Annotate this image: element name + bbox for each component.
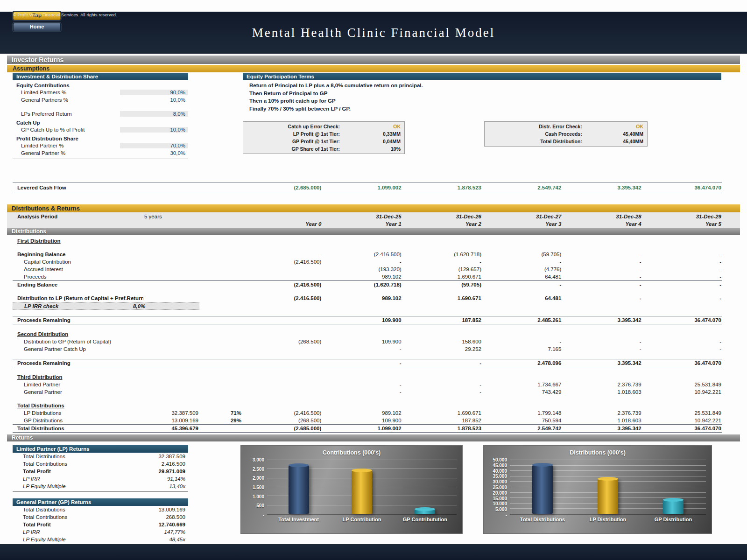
returns-label: Total Distributions bbox=[23, 507, 65, 512]
row-value: 1.690.671 bbox=[402, 273, 482, 280]
assumption-input[interactable]: 90,0% bbox=[120, 90, 188, 95]
returns-value: 12.740.669 bbox=[158, 522, 185, 527]
header-bar: © Profit Vision Financial Services. All … bbox=[0, 12, 747, 54]
category-label: Total Distributions bbox=[511, 517, 574, 522]
distributions-returns-section-bar: Distributions & Returns bbox=[7, 204, 740, 212]
check-row: Distr. Error Check:OK bbox=[485, 123, 647, 130]
row-label: General Partner bbox=[13, 388, 143, 396]
distributions-table: First DistributionBeginning Balance-(2.4… bbox=[13, 235, 722, 433]
row-value: 2.478.096 bbox=[482, 359, 562, 367]
date-column-header: 31-Dec-29 bbox=[642, 213, 722, 220]
returns-row: LP IRR147,77% bbox=[13, 528, 188, 536]
equity-term-line: Then Return of Principal to GP bbox=[243, 90, 721, 98]
chart-plot-area bbox=[510, 460, 706, 515]
page: © Profit Vision Financial Services. All … bbox=[0, 0, 747, 560]
investment-panel-rows: Equity ContributionsLimited Partners %90… bbox=[13, 80, 188, 157]
row-value: - bbox=[562, 266, 642, 273]
y-tick-label: 40.000 bbox=[493, 468, 507, 473]
check-value: 45,40MM bbox=[582, 131, 647, 137]
assumption-input[interactable]: 10,0% bbox=[120, 127, 188, 133]
check-label: LP Profit @ 1st Tier: bbox=[243, 131, 340, 137]
bar-slot bbox=[270, 460, 327, 514]
table-row: Beginning Balance-(2.416.500)(1.620.718)… bbox=[13, 251, 722, 258]
contributions-chart: Contributions (000's)3.0002.5002.0001.50… bbox=[240, 445, 463, 534]
check-value: 45,40MM bbox=[582, 139, 647, 144]
y-tick-label: 1.000 bbox=[253, 494, 264, 499]
y-tick-label: - bbox=[506, 512, 507, 518]
spacer-row bbox=[13, 324, 722, 330]
row-value: 36.474.070 bbox=[642, 359, 722, 367]
row-value: 36.474.070 bbox=[642, 316, 722, 324]
table-row: Proceeds989.1021.690.67164.481-- bbox=[13, 273, 722, 280]
assumption-row: General Partner %30,0% bbox=[13, 149, 188, 157]
y-tick-label: 30.000 bbox=[493, 479, 507, 484]
equity-term-line: Then a 10% profit catch up for GP bbox=[243, 97, 721, 105]
year-header-row: Year 0Year 1Year 2Year 3Year 4Year 5 bbox=[13, 220, 722, 228]
y-tick-label: 2.500 bbox=[253, 466, 264, 471]
bar-slot bbox=[396, 460, 453, 514]
y-tick-label: 20.000 bbox=[493, 490, 507, 495]
returns-value: 13,40x bbox=[169, 483, 185, 489]
table-row: LP Distributions32.387.50971%(2.416.500)… bbox=[13, 409, 722, 417]
equity-term-line: Finally 70% / 30% split between LP / GP. bbox=[243, 105, 721, 113]
table-row: Proceeds Remaining109.900187.8522.485.26… bbox=[13, 316, 722, 324]
section-subheader-row: Third Distribution bbox=[13, 373, 722, 381]
row-value: - bbox=[562, 273, 642, 280]
levered-cash-flow-value: 1.878.523 bbox=[402, 184, 482, 191]
check-value: 10% bbox=[340, 146, 404, 152]
returns-row: Total Distributions32.387.509 bbox=[13, 453, 188, 460]
row-value: 1.878.523 bbox=[402, 425, 482, 432]
returns-label: LP IRR bbox=[23, 529, 40, 535]
row-value: - bbox=[402, 258, 482, 266]
assumption-input[interactable]: 8,0% bbox=[120, 111, 188, 117]
row-value: 2.376.739 bbox=[562, 409, 642, 417]
bar-slot bbox=[513, 460, 572, 514]
date-column-header: 31-Dec-28 bbox=[562, 213, 642, 220]
chart-y-axis: 50.00045.00040.00035.00030.00025.00020.0… bbox=[486, 460, 510, 515]
assumption-input[interactable]: 70,0% bbox=[120, 143, 188, 148]
returns-row: LP Equity Multiple48,45x bbox=[13, 536, 188, 543]
assumptions-section-bar: Assumptions bbox=[7, 65, 740, 72]
assumption-value: 30,0% bbox=[120, 150, 188, 156]
returns-label: Total Contributions bbox=[23, 461, 67, 467]
row-value: (1.620.718) bbox=[402, 251, 482, 258]
row-value: 1.018.603 bbox=[562, 417, 642, 424]
returns-row: Total Contributions2.416.500 bbox=[13, 460, 188, 468]
table-row: General Partner Catch Up-29.2527.165-- bbox=[13, 345, 722, 353]
assumption-group-heading: Equity Contributions bbox=[13, 80, 188, 89]
returns-row: LP IRR91,14% bbox=[13, 475, 188, 483]
spacer-row bbox=[13, 288, 722, 294]
row-label: Proceeds bbox=[13, 273, 143, 280]
row-value: 158.600 bbox=[402, 338, 482, 345]
returns-label: Total Distributions bbox=[23, 454, 65, 459]
row-value: 10.942.221 bbox=[642, 388, 722, 396]
row-label: Distribution to LP (Return of Capital + … bbox=[13, 294, 143, 302]
assumption-row: Limited Partner %70,0% bbox=[13, 142, 188, 149]
assumption-label: LPs Preferred Return bbox=[21, 111, 120, 117]
row-value: - bbox=[322, 359, 402, 367]
row-value: 25.531.849 bbox=[642, 381, 722, 388]
row-value: - bbox=[642, 345, 722, 353]
returns-value: 48,45x bbox=[169, 537, 185, 542]
analysis-period-value: 5 years bbox=[143, 213, 199, 220]
row-value: - bbox=[642, 258, 722, 266]
bar-slot bbox=[644, 460, 703, 514]
returns-label: Total Profit bbox=[23, 469, 51, 474]
row-value: - bbox=[562, 251, 642, 258]
equity-terms-lines: Return of Principal to LP plus a 8,0% cu… bbox=[243, 80, 721, 112]
check-row: Catch up Error Check:OK bbox=[243, 123, 404, 130]
row-value: - bbox=[562, 258, 642, 266]
year-column-header: Year 4 bbox=[562, 220, 642, 228]
returns-value: 268.500 bbox=[166, 514, 185, 520]
row-value: (129.657) bbox=[402, 266, 482, 273]
spacer-row bbox=[13, 353, 722, 359]
bar bbox=[598, 479, 618, 514]
levered-cash-flow-row: Levered Cash Flow(2.685.000)1.099.0021.8… bbox=[13, 182, 722, 193]
row-label: Proceeds Remaining bbox=[13, 316, 143, 324]
bar-cap bbox=[352, 469, 372, 472]
y-tick-label: 3.000 bbox=[253, 457, 264, 462]
row-value: 1.799.148 bbox=[482, 409, 562, 417]
section-subheader: First Distribution bbox=[13, 237, 143, 245]
returns-section-bar: Returns bbox=[7, 434, 740, 441]
check-label: GP Share of 1st Tier: bbox=[243, 146, 340, 152]
